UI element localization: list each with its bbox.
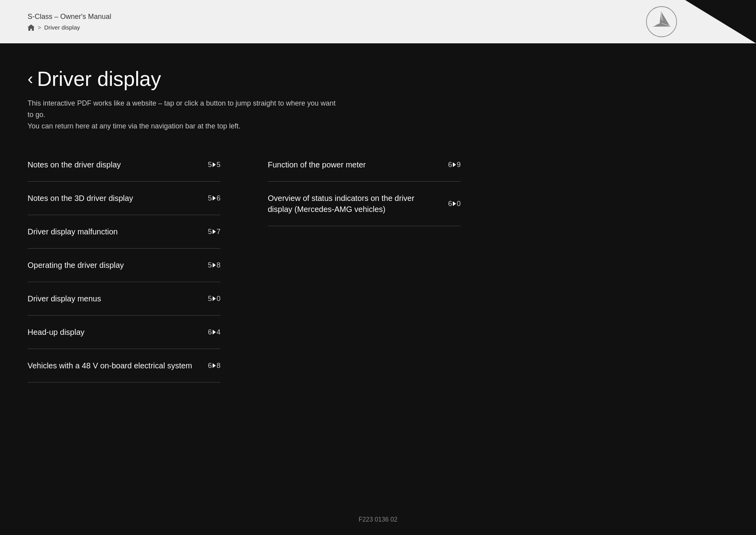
page-title-section: ‹ Driver display This interactive PDF wo… — [28, 67, 728, 132]
toc-item-label: Vehicles with a 48 V on-board electrical… — [28, 360, 208, 371]
back-arrow[interactable]: ‹ — [28, 69, 33, 88]
toc-left-column: Notes on the driver display55Notes on th… — [28, 155, 244, 383]
header: S-Class – Owner's Manual > Driver displa… — [0, 0, 756, 43]
toc-item-label: Notes on the driver display — [28, 159, 208, 170]
toc-grid: Notes on the driver display55Notes on th… — [28, 155, 461, 383]
toc-item-page: 55 — [208, 161, 220, 169]
toc-item[interactable]: Operating the driver display58 — [28, 249, 220, 282]
toc-item-page: 50 — [208, 295, 220, 303]
breadcrumb-current: Driver display — [44, 24, 80, 31]
toc-item-page: 68 — [208, 362, 220, 370]
breadcrumb-separator: > — [38, 24, 41, 31]
main-content: ‹ Driver display This interactive PDF wo… — [0, 43, 756, 414]
toc-item[interactable]: Driver display menus50 — [28, 282, 220, 316]
doc-id: F223 0136 02 — [359, 516, 398, 523]
toc-item-label: Overview of status indicators on the dri… — [268, 193, 448, 215]
toc-item-label: Driver display menus — [28, 293, 208, 304]
toc-item-page: 64 — [208, 328, 220, 336]
toc-item-page: 60 — [448, 200, 461, 208]
page-description-line1: This interactive PDF works like a websit… — [28, 98, 343, 121]
toc-item-label: Driver display malfunction — [28, 226, 208, 237]
toc-item[interactable]: Overview of status indicators on the dri… — [268, 182, 461, 226]
page-title: ‹ Driver display — [28, 67, 728, 91]
toc-item-label: Operating the driver display — [28, 260, 208, 271]
toc-item-label: Head-up display — [28, 327, 208, 338]
toc-item[interactable]: Notes on the 3D driver display56 — [28, 182, 220, 215]
mercedes-logo — [646, 6, 677, 37]
toc-item-page: 69 — [448, 161, 461, 169]
toc-item-page: 58 — [208, 261, 220, 269]
toc-item[interactable]: Function of the power meter69 — [268, 155, 461, 182]
toc-item-label: Function of the power meter — [268, 159, 448, 170]
toc-item[interactable]: Head-up display64 — [28, 316, 220, 349]
toc-item[interactable]: Driver display malfunction57 — [28, 215, 220, 249]
toc-item[interactable]: Vehicles with a 48 V on-board electrical… — [28, 349, 220, 383]
footer: F223 0136 02 — [359, 516, 398, 523]
home-icon[interactable] — [28, 24, 35, 31]
toc-right-column: Function of the power meter69Overview of… — [244, 155, 461, 383]
toc-item[interactable]: Notes on the driver display55 — [28, 155, 220, 182]
page-title-text: Driver display — [37, 67, 161, 91]
toc-item-page: 56 — [208, 194, 220, 202]
toc-item-label: Notes on the 3D driver display — [28, 193, 208, 204]
page-description-line2: You can return here at any time via the … — [28, 121, 343, 132]
toc-item-page: 57 — [208, 228, 220, 236]
